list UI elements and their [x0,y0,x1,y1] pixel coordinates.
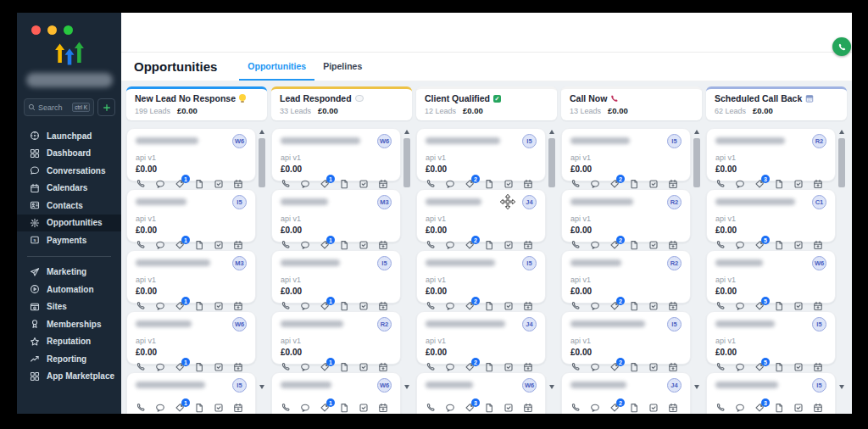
appointment-icon[interactable] [378,240,388,250]
tag-icon[interactable]: 5 [754,240,765,250]
tag-icon[interactable]: 2 [465,362,475,372]
scroll-down-arrow-icon[interactable] [549,385,554,389]
call-icon[interactable] [281,240,291,250]
tab-opportunities[interactable]: Opportunities [239,53,314,81]
note-icon[interactable] [339,362,349,372]
message-icon[interactable] [155,301,165,311]
call-icon[interactable] [715,301,726,311]
tag-icon[interactable]: 1 [320,403,330,413]
opportunity-card[interactable]: J4 api v1 £0.00 2 [416,189,546,242]
appointment-icon[interactable] [668,362,678,372]
scroll-down-arrow-icon[interactable] [839,385,844,389]
opportunity-card[interactable]: W6 api v1 £0.00 1 [271,128,401,181]
opportunity-card[interactable]: J4 api v1 £0.00 2 [416,311,546,365]
opportunity-card[interactable]: R2 api v1 £0.00 1 [271,311,401,365]
note-icon[interactable] [484,240,494,250]
note-icon[interactable] [194,179,204,189]
note-icon[interactable] [339,403,349,413]
appointment-icon[interactable] [523,301,533,311]
appointment-icon[interactable] [813,179,823,189]
column-header[interactable]: Client Qualified 12 Leads £0.00 [416,86,557,120]
sidebar-item-automation[interactable]: Automation [17,281,121,298]
call-fab-button[interactable] [832,37,851,56]
task-icon[interactable] [214,240,224,250]
message-icon[interactable] [155,362,165,372]
appointment-icon[interactable] [233,240,243,250]
column-scrollbar[interactable] [548,130,556,389]
appointment-icon[interactable] [378,362,388,372]
task-icon[interactable] [214,179,224,189]
opportunity-card[interactable]: I5 api v1 £0.00 2 [561,311,691,365]
call-icon[interactable] [281,301,291,311]
opportunity-card[interactable]: I5 api v1 £0.00 1 [126,372,256,414]
message-icon[interactable] [300,301,310,311]
tag-icon[interactable]: 3 [465,403,475,413]
appointment-icon[interactable] [523,362,533,372]
sidebar-item-sites[interactable]: Sites [17,298,121,316]
opportunity-card[interactable]: M3 api v1 £0.00 1 [126,250,256,304]
message-icon[interactable] [590,240,600,250]
task-icon[interactable] [504,403,514,413]
tag-icon[interactable]: 2 [465,240,475,250]
task-icon[interactable] [793,179,804,189]
opportunity-card[interactable]: M3 api v1 £0.00 1 [271,189,401,242]
task-icon[interactable] [648,403,659,413]
note-icon[interactable] [629,403,639,413]
message-icon[interactable] [445,301,455,311]
call-icon[interactable] [136,240,146,250]
message-icon[interactable] [445,403,455,413]
message-icon[interactable] [590,179,600,189]
sidebar-item-conversations[interactable]: Conversations [17,162,121,180]
close-window-button[interactable] [31,25,41,35]
note-icon[interactable] [194,403,204,413]
note-icon[interactable] [339,301,349,311]
tag-icon[interactable]: 2 [609,403,620,413]
task-icon[interactable] [359,179,369,189]
call-icon[interactable] [426,403,436,413]
call-icon[interactable] [281,403,291,413]
message-icon[interactable] [445,240,455,250]
note-icon[interactable] [339,240,349,250]
scrollbar-thumb[interactable] [548,138,555,187]
sidebar-item-reporting[interactable]: Reporting [17,350,121,368]
tag-icon[interactable]: 2 [465,179,475,189]
message-icon[interactable] [155,403,165,413]
minimize-window-button[interactable] [47,25,57,35]
scrollbar-thumb[interactable] [838,138,845,187]
scrollbar-thumb[interactable] [403,138,410,187]
call-icon[interactable] [570,240,581,250]
tag-icon[interactable]: 1 [175,362,185,372]
note-icon[interactable] [774,403,784,413]
column-scrollbar[interactable] [258,130,266,389]
call-icon[interactable] [426,179,436,189]
task-icon[interactable] [504,240,514,250]
account-name-redacted[interactable] [26,73,113,87]
scroll-down-arrow-icon[interactable] [259,385,264,389]
message-icon[interactable] [590,301,600,311]
scroll-down-arrow-icon[interactable] [404,385,409,389]
call-icon[interactable] [570,403,581,413]
task-icon[interactable] [793,240,804,250]
sidebar-item-dashboard[interactable]: Dashboard [17,145,121,163]
tag-icon[interactable]: 2 [465,301,475,311]
quick-add-button[interactable] [97,98,115,116]
task-icon[interactable] [648,179,659,189]
opportunity-card[interactable]: I5 api v1 £0.00 3 [706,372,836,414]
appointment-icon[interactable] [813,240,823,250]
call-icon[interactable] [426,301,436,311]
message-icon[interactable] [735,240,745,250]
call-icon[interactable] [136,301,146,311]
call-icon[interactable] [715,362,726,372]
appointment-icon[interactable] [668,301,678,311]
appointment-icon[interactable] [523,403,533,413]
appointment-icon[interactable] [378,179,388,189]
appointment-icon[interactable] [523,240,533,250]
maximize-window-button[interactable] [64,25,73,35]
task-icon[interactable] [793,301,804,311]
sidebar-item-launchpad[interactable]: Launchpad [17,127,121,145]
task-icon[interactable] [214,301,224,311]
appointment-icon[interactable] [378,301,388,311]
tag-icon[interactable]: 2 [609,301,620,311]
call-icon[interactable] [136,403,146,413]
tag-icon[interactable]: 1 [175,240,185,250]
